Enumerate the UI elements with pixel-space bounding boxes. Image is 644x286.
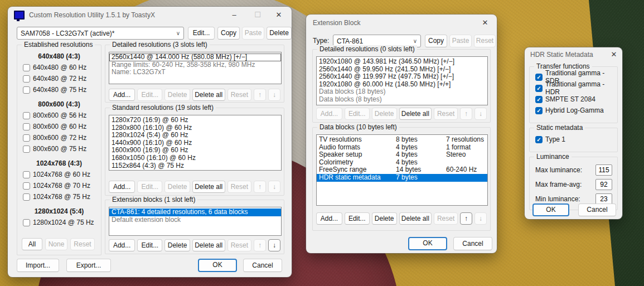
checkbox-unchecked-icon[interactable] xyxy=(23,171,30,178)
min-luminance-field[interactable] xyxy=(595,193,612,205)
list-item[interactable]: 1680x1050 (16:10) @ 60 Hz xyxy=(109,154,281,162)
delete-all-button[interactable]: Delete all xyxy=(399,212,432,225)
ok-button[interactable]: OK xyxy=(198,259,237,272)
delete-all-button[interactable]: Delete all xyxy=(192,239,225,251)
ok-button[interactable]: OK xyxy=(532,203,569,216)
table-row[interactable]: Audio formats4 bytes1 format xyxy=(317,144,487,152)
max-luminance-field[interactable] xyxy=(595,164,612,176)
group-title: Data blocks (10 bytes left) xyxy=(317,123,399,131)
list-item[interactable]: 2560x1440 @ 119.997 Hz (497.75 MHz) [+/−… xyxy=(317,73,487,81)
resolution-checkbox-row[interactable]: 800x600 @ 56 Hz xyxy=(17,110,101,121)
delete-all-button[interactable]: Delete all xyxy=(399,108,432,120)
table-row[interactable]: FreeSync range14 bytes60-240 Hz xyxy=(317,166,487,174)
list-item[interactable]: Default extension block xyxy=(109,216,281,224)
checkbox-unchecked-icon[interactable] xyxy=(23,182,30,190)
checkbox-unchecked-icon[interactable] xyxy=(23,64,30,71)
transfer-checkbox-row[interactable]: ✓Hybrid Log-Gamma xyxy=(530,105,617,116)
resolution-label: 800x600 @ 56 Hz xyxy=(33,112,86,119)
resolution-checkbox-row[interactable]: 800x600 @ 75 Hz xyxy=(17,143,101,154)
checkbox-unchecked-icon[interactable] xyxy=(23,86,30,94)
checkbox-checked-icon[interactable]: ✓ xyxy=(535,74,543,81)
table-row-selected[interactable]: HDR static metadata7 bytes xyxy=(317,174,487,182)
edit-button: Edit... xyxy=(137,181,162,193)
list-item[interactable]: 2560x1440 @ 59.950 Hz (241.50 MHz) [+/−] xyxy=(317,66,487,74)
resolution-checkbox-row[interactable]: 800x600 @ 72 Hz xyxy=(17,132,101,143)
list-item[interactable]: 1152x864 (4:3) @ 75 Hz xyxy=(109,162,281,170)
add-button[interactable]: Add... xyxy=(316,212,342,225)
list-item[interactable]: 1600x900 (16:9) @ 60 Hz xyxy=(109,147,281,154)
close-icon[interactable]: ✕ xyxy=(477,14,493,30)
checkbox-checked-icon[interactable]: ✓ xyxy=(535,107,543,114)
checkbox-checked-icon[interactable]: ✓ xyxy=(535,96,543,103)
data-block-name: FreeSync range xyxy=(319,166,396,174)
delete-button[interactable]: Delete xyxy=(164,239,190,251)
edit-button[interactable]: Edit... xyxy=(345,212,370,225)
move-up-button[interactable]: ↑ xyxy=(460,212,472,225)
list-item[interactable]: Data blocks (18 bytes) xyxy=(317,88,487,96)
cancel-button[interactable]: Cancel xyxy=(578,203,616,216)
checkbox-checked-icon[interactable]: ✓ xyxy=(535,136,543,143)
resolution-checkbox-row[interactable]: 1024x768 @ 70 Hz xyxy=(17,180,101,191)
cancel-button[interactable]: Cancel xyxy=(243,259,282,272)
list-item[interactable]: Data blocks (8 bytes) xyxy=(317,96,487,104)
checkbox-unchecked-icon[interactable] xyxy=(23,134,30,142)
resolution-checkbox-row[interactable]: 640x480 @ 60 Hz xyxy=(17,62,101,73)
checkbox-unchecked-icon[interactable] xyxy=(23,193,30,201)
checkbox-unchecked-icon[interactable] xyxy=(23,123,30,130)
checkbox-unchecked-icon[interactable] xyxy=(23,75,30,83)
list-item[interactable]: 1440x900 (16:10) @ 60 Hz xyxy=(109,139,281,147)
maximize-button: ☐ xyxy=(249,7,266,22)
close-icon[interactable]: ✕ xyxy=(607,47,621,61)
add-button[interactable]: Add... xyxy=(109,89,135,101)
list-item[interactable]: 1920x1080 @ 143.981 Hz (346.50 MHz) [+/−… xyxy=(317,58,487,66)
resolution-checkbox-row[interactable]: 800x600 @ 60 Hz xyxy=(17,121,101,132)
delete-button[interactable]: Delete xyxy=(372,212,397,225)
resolution-checkbox-row[interactable]: 1280x1024 @ 75 Hz xyxy=(17,217,101,228)
list-item[interactable]: 2560x1440 @ 144.000 Hz (580.08 MHz) [+/−… xyxy=(109,54,281,61)
resolution-checkbox-row[interactable]: 640x480 @ 75 Hz xyxy=(17,84,101,95)
resolution-checkbox-row[interactable]: 1024x768 @ 60 Hz xyxy=(17,169,101,180)
checkbox-unchecked-icon[interactable] xyxy=(23,112,30,119)
type1-checkbox-row[interactable]: ✓Type 1 xyxy=(530,134,617,145)
transfer-functions-group: Transfer functions ✓Traditional gamma - … xyxy=(529,66,618,123)
edit-button[interactable]: Edit... xyxy=(137,239,162,251)
resolution-checkbox-row[interactable]: 1024x768 @ 75 Hz xyxy=(17,191,101,202)
resolution-checkbox-row[interactable]: 640x480 @ 72 Hz xyxy=(17,73,101,84)
list-item[interactable]: Range limits: 60-240 Hz, 358-358 kHz, 98… xyxy=(109,61,281,69)
add-button[interactable]: Add... xyxy=(109,239,135,251)
table-row[interactable]: Speaker setup4 bytesStereo xyxy=(317,151,487,159)
minimize-button[interactable]: – xyxy=(226,7,243,22)
max-frame-avg-field[interactable] xyxy=(595,179,612,190)
list-item[interactable]: 1920x1080 @ 60.000 Hz (148.50 MHz) [+/+] xyxy=(317,81,487,89)
static-metadata-group: Static metadata ✓Type 1 xyxy=(529,128,618,152)
delete-all-button[interactable]: Delete all xyxy=(192,181,225,193)
all-button[interactable]: All xyxy=(22,238,42,250)
cancel-button[interactable]: Cancel xyxy=(453,237,492,250)
copy-display-button[interactable]: Copy xyxy=(217,27,240,40)
list-item[interactable]: 1280x720 (16:9) @ 60 Hz xyxy=(109,117,281,124)
copy-extension-button[interactable]: Copy xyxy=(425,35,447,47)
add-button[interactable]: Add... xyxy=(109,181,135,193)
delete-all-button[interactable]: Delete all xyxy=(192,89,225,101)
close-icon[interactable]: ✕ xyxy=(270,7,287,22)
checkbox-unchecked-icon[interactable] xyxy=(23,146,30,153)
edit-display-button[interactable]: Edit... xyxy=(188,27,215,40)
move-down-button[interactable]: ↓ xyxy=(268,239,280,251)
list-item[interactable]: Name: LC32G7xT xyxy=(109,69,281,76)
list-item[interactable]: 1280x1024 (5:4) @ 60 Hz xyxy=(109,132,281,139)
transfer-checkbox-row[interactable]: ✓Traditional gamma - HDR xyxy=(530,83,617,94)
table-row[interactable]: Colorimetry4 bytes xyxy=(317,159,487,167)
export-button[interactable]: Export... xyxy=(66,259,111,272)
data-blocks-list: TV resolutions8 bytes7 resolutions Audio… xyxy=(316,134,488,206)
reset-button: Reset xyxy=(434,212,458,225)
display-device-select[interactable]: SAM7058 - LC32G7xT (active)* ∨ xyxy=(17,27,184,40)
checkbox-checked-icon[interactable]: ✓ xyxy=(535,85,543,92)
list-item-selected[interactable]: CTA-861: 4 detailed resolutions, 6 data … xyxy=(109,209,281,216)
table-row[interactable]: TV resolutions8 bytes7 resolutions xyxy=(317,136,487,144)
checkbox-unchecked-icon[interactable] xyxy=(23,219,30,226)
list-item[interactable]: 1280x800 (16:10) @ 60 Hz xyxy=(109,124,281,132)
import-button[interactable]: Import... xyxy=(17,259,59,272)
ok-button[interactable]: OK xyxy=(408,237,447,250)
delete-display-button[interactable]: Delete xyxy=(267,27,292,40)
add-button: Add... xyxy=(316,108,342,120)
